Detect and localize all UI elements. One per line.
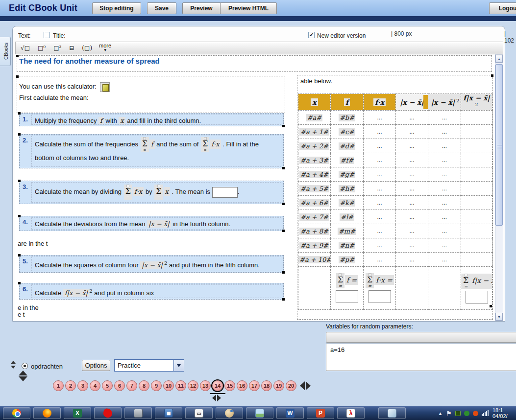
header-fx[interactable]: f·x [364, 94, 396, 111]
sum-f-cell[interactable]: Σ=f = [331, 267, 364, 310]
logout-button[interactable]: Logout [489, 2, 516, 14]
vertical-scrollbar[interactable]: ▲ ▼ [495, 54, 503, 321]
section-spinner[interactable] [11, 361, 16, 369]
taskbar-firefox[interactable] [33, 407, 61, 419]
parentheses-button[interactable]: (□) [79, 44, 95, 52]
page-circle-12[interactable]: 12 [188, 380, 198, 391]
step-5-block[interactable]: 5. Calculate the squares of column four … [19, 255, 284, 273]
arrow-right-icon[interactable] [217, 395, 221, 401]
sum-f-dev-sq-cell[interactable]: Σ=f|x − x̄| [461, 267, 492, 310]
more-button[interactable]: more ▼ [99, 44, 111, 52]
current-page-arrows[interactable] [212, 395, 221, 401]
stop-editing-button[interactable]: Stop editing [92, 2, 141, 14]
sum-f-input[interactable] [336, 290, 358, 303]
sum-fx-cell[interactable]: Σ=f·x = [364, 267, 396, 310]
page-circle-17[interactable]: 17 [249, 380, 260, 391]
variables-toolbar[interactable] [326, 332, 516, 343]
header-f[interactable]: f [331, 94, 364, 111]
scroll-down-button[interactable]: ▼ [495, 313, 503, 321]
stepper-up-icon[interactable] [19, 371, 27, 375]
page-circle-15[interactable]: 15 [224, 380, 235, 391]
taskbar-printer[interactable] [124, 407, 152, 419]
page-circle-18[interactable]: 18 [261, 380, 272, 391]
page-circle-7[interactable]: 7 [126, 380, 137, 391]
taskbar-paint[interactable] [216, 407, 243, 419]
dropdown-arrow-button[interactable] [173, 360, 184, 371]
spin-up-icon[interactable] [11, 361, 16, 364]
page-circle-4[interactable]: 4 [90, 380, 100, 391]
mean-answer-input[interactable] [212, 187, 238, 198]
cbooks-side-tab[interactable]: CBooks [0, 37, 11, 66]
page-circle-2[interactable]: 2 [65, 380, 76, 391]
taskbar-grin-app[interactable]: ▭ [185, 407, 213, 419]
fraction-button[interactable]: ⊟ [66, 44, 77, 52]
page-nav-arrows[interactable] [300, 381, 311, 390]
preview-button[interactable]: Preview [182, 2, 221, 14]
intro-block[interactable]: You can use this calculator: First caclu… [17, 76, 285, 113]
heading-block[interactable]: The need for another measure of spread [17, 55, 492, 72]
page-circle-3[interactable]: 3 [77, 380, 88, 391]
taskbar-notepad[interactable] [378, 407, 406, 419]
taskbar-chrome[interactable] [3, 407, 30, 419]
network-signal-icon[interactable] [482, 410, 489, 416]
page-circle-10[interactable]: 10 [163, 380, 174, 391]
step-1-block[interactable]: 1. Multiply the frequency f with x and f… [19, 113, 284, 126]
scroll-up-button[interactable]: ▲ [495, 55, 503, 63]
page-circle-19[interactable]: 19 [273, 380, 284, 391]
sum-fx-input[interactable] [369, 290, 391, 303]
flag-icon[interactable]: ⚑ [446, 410, 452, 417]
new-editor-version-checkbox[interactable]: ✔ [308, 32, 315, 38]
square-button[interactable]: □² [50, 44, 64, 52]
sum-f-dev-sq-input[interactable] [466, 291, 488, 303]
sync-icon[interactable] [464, 411, 469, 416]
page-circle-11[interactable]: 11 [175, 380, 186, 391]
step-6-block[interactable]: 6. Calculate f|x − x̄|2 and put in colum… [19, 283, 284, 300]
security-alert-icon[interactable] [473, 411, 478, 416]
taskbar-adobe[interactable]: λ [337, 407, 365, 419]
calculator-cube-icon[interactable] [100, 82, 110, 92]
page-circle-14-current[interactable]: 14 [212, 380, 223, 391]
superscript-button[interactable]: □⁰ [35, 44, 49, 52]
page-circle-16[interactable]: 16 [237, 380, 247, 391]
page-circle-5[interactable]: 5 [102, 380, 113, 391]
header-abs-dev[interactable]: |x − x̄| [396, 94, 428, 111]
page-circle-6[interactable]: 6 [114, 380, 125, 391]
taskbar-excel[interactable]: X [64, 407, 91, 419]
header-x[interactable]: x [298, 94, 331, 111]
page-stepper[interactable] [19, 371, 27, 381]
spin-down-icon[interactable] [11, 366, 16, 369]
arrow-left-icon[interactable] [300, 381, 305, 390]
taskbar-powerpoint[interactable]: P [307, 407, 334, 419]
stepper-down-icon[interactable] [19, 376, 27, 381]
header-abs-dev-sq[interactable]: |x − x̄|2 [428, 94, 461, 111]
opdrachten-radio[interactable] [22, 363, 28, 369]
arrow-left-icon[interactable] [212, 395, 216, 401]
title-checkbox[interactable] [44, 32, 50, 38]
save-button[interactable]: Save [147, 2, 176, 14]
step-3-block[interactable]: 3. Calculate the mean by dividing Σ=f·x … [19, 181, 284, 204]
nvidia-icon[interactable] [455, 411, 461, 416]
preview-html-button[interactable]: Preview HTML [220, 2, 277, 14]
taskbar-control-panel[interactable]: ▦ [155, 407, 182, 419]
step-2-block[interactable]: 2. Calculate the sum of the frequencies … [19, 134, 284, 168]
stray-text-1[interactable]: are in the t [18, 240, 48, 247]
page-circle-20[interactable]: 20 [286, 380, 296, 391]
table-block[interactable]: able below. x f f·x |x − x̄| |x − x̄|2 f… [297, 75, 493, 320]
header-f-abs-dev-sq[interactable]: f|x − x̄|2 [461, 94, 492, 111]
page-circle-1[interactable]: 1 [53, 380, 64, 391]
scrollbar-thumb[interactable] [495, 64, 503, 226]
page-circle-13[interactable]: 13 [200, 380, 211, 391]
stray-text-2[interactable]: e in the [18, 304, 39, 311]
tray-expand-icon[interactable]: ▲ [438, 411, 442, 416]
options-button[interactable]: Options [82, 360, 110, 371]
taskbar-word[interactable]: W [276, 407, 304, 419]
variables-textarea[interactable]: a=16 [326, 344, 516, 371]
taskbar-photos[interactable] [246, 407, 273, 419]
arrow-right-icon[interactable] [306, 381, 311, 390]
page-circle-8[interactable]: 8 [139, 380, 149, 391]
taskbar-red-app[interactable] [94, 407, 122, 419]
step-4-block[interactable]: 4. Calculate the deviations from the mea… [19, 216, 284, 231]
sqrt-button[interactable]: √□ [18, 44, 33, 52]
page-circle-9[interactable]: 9 [151, 380, 162, 391]
stray-text-3[interactable]: e t [18, 311, 25, 318]
